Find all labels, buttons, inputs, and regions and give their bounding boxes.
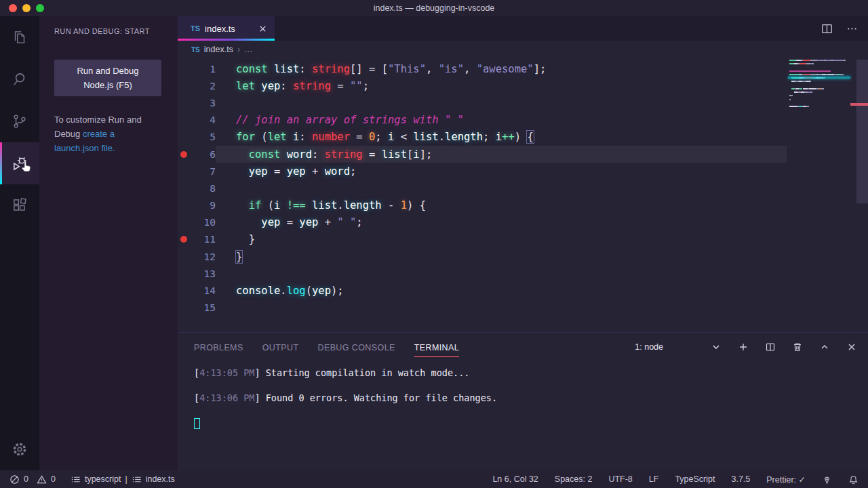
terminal-cursor	[194, 418, 200, 429]
code-line[interactable]: 9 if (i !== list.length - 1) {	[178, 197, 868, 214]
maximize-panel-icon[interactable]	[819, 342, 830, 352]
error-count: 0	[24, 474, 28, 484]
close-tab-icon[interactable]	[258, 24, 268, 34]
split-terminal-icon[interactable]	[765, 342, 776, 352]
problems-status[interactable]: 0 0	[9, 474, 56, 485]
sidebar-title: RUN AND DEBUG: START	[54, 16, 160, 41]
code-line[interactable]: 1const list: string[] = ["This", "is", "…	[178, 60, 868, 77]
panel-tab-debug-console[interactable]: DEBUG CONSOLE	[317, 339, 395, 356]
activitybar-item-source-control[interactable]	[0, 100, 39, 142]
breadcrumb: TS index.ts › …	[178, 41, 868, 58]
breadcrumb-separator: ›	[237, 45, 240, 54]
code-line[interactable]: 7 yep = yep + word;	[178, 163, 868, 180]
code-text: const list: string[] = ["This", "is", "a…	[216, 60, 787, 77]
run-and-debug-icon	[11, 155, 28, 172]
activitybar-item-extensions[interactable]	[0, 184, 39, 226]
code-line[interactable]: 4// join an array of strings with " "	[178, 112, 868, 129]
minimap-line	[789, 99, 791, 100]
warnings-icon	[37, 474, 47, 485]
overview-ruler-mark	[850, 103, 868, 106]
watch-tasks-status[interactable]: typescript|index.ts	[71, 474, 175, 485]
chevron-down-icon[interactable]	[711, 342, 722, 352]
tab-index-ts[interactable]: TS index.ts	[178, 16, 275, 41]
feedback-icon[interactable]	[822, 474, 832, 485]
code-editor[interactable]: 1const list: string[] = ["This", "is", "…	[178, 58, 868, 332]
breakpoint-gutter[interactable]	[178, 151, 190, 158]
terminal-line: [4:13:05 PM] Starting compilation in wat…	[194, 367, 868, 380]
line-number: 2	[190, 81, 216, 92]
code-line[interactable]: 14console.log(yep);	[178, 282, 868, 299]
minimap-line	[789, 92, 812, 93]
typescript-file-icon: TS	[191, 24, 200, 33]
editor-scrollbar[interactable]	[850, 58, 868, 332]
close-panel-icon[interactable]	[846, 342, 857, 352]
split-editor-icon[interactable]	[821, 22, 833, 35]
code-line[interactable]: 3	[178, 94, 868, 111]
status-lf[interactable]: LF	[649, 474, 659, 484]
scrollbar-slider[interactable]	[856, 60, 868, 203]
settings-icon	[11, 441, 28, 458]
run-and-debug-button[interactable]: Run and Debug Node.js (F5)	[54, 60, 161, 96]
breadcrumb-file[interactable]: index.ts	[204, 45, 233, 54]
line-number: 9	[190, 200, 216, 211]
minimap-line	[789, 88, 824, 89]
code-line[interactable]: 15	[178, 300, 868, 317]
status-prettier[interactable]: Prettier: ✓	[766, 474, 806, 485]
new-terminal-icon[interactable]	[738, 342, 749, 352]
code-line[interactable]: 6 const word: string = list[i];	[178, 146, 868, 163]
panel-tab-problems[interactable]: PROBLEMS	[194, 339, 243, 356]
status-typescript[interactable]: TypeScript	[675, 474, 715, 484]
code-line[interactable]: 11 }	[178, 231, 868, 248]
customize-hint: To customize Run and Debug create a laun…	[54, 113, 157, 155]
minimap-line	[789, 70, 831, 72]
line-number: 12	[190, 251, 216, 262]
source-control-icon	[11, 113, 28, 130]
line-number: 8	[190, 183, 216, 194]
code-text: console.log(yep);	[216, 282, 787, 299]
minimap[interactable]	[789, 60, 849, 141]
activitybar-item-explorer[interactable]	[0, 16, 39, 58]
explorer-icon	[11, 28, 28, 46]
terminal-line	[194, 405, 868, 418]
window-title: index.ts — debugging-in-vscode	[0, 3, 868, 13]
terminal-output[interactable]: [4:13:05 PM] Starting compilation in wat…	[178, 361, 868, 470]
code-text	[216, 300, 787, 317]
code-line[interactable]: 12}	[178, 248, 868, 265]
minimap-current-line	[788, 77, 850, 79]
activitybar-item-search[interactable]	[0, 58, 39, 100]
activitybar-item-settings[interactable]	[0, 428, 39, 470]
code-text: }	[216, 231, 787, 248]
line-number: 5	[190, 131, 216, 142]
more-actions-icon[interactable]	[846, 22, 859, 35]
run-and-debug-sidebar: RUN AND DEBUG: START Run and Debug Node.…	[39, 16, 178, 470]
code-text	[216, 265, 787, 282]
code-line[interactable]: 2let yep: string = "";	[178, 77, 868, 94]
kill-terminal-icon[interactable]	[792, 342, 803, 352]
minimap-line	[789, 81, 811, 82]
terminal-picker[interactable]: 1: node	[635, 342, 722, 352]
status-utf-8[interactable]: UTF-8	[608, 474, 632, 484]
code-line[interactable]: 5for (let i: number = 0; i < list.length…	[178, 129, 868, 146]
line-number: 3	[190, 98, 216, 108]
breakpoint-icon[interactable]	[180, 236, 187, 243]
breadcrumb-symbol[interactable]: …	[244, 45, 253, 54]
code-line[interactable]: 8	[178, 180, 868, 197]
line-number: 14	[190, 285, 216, 296]
line-number: 4	[190, 115, 216, 125]
code-line[interactable]: 10 yep = yep + " ";	[178, 214, 868, 231]
code-line[interactable]: 13	[178, 265, 868, 282]
breakpoint-icon[interactable]	[180, 151, 187, 158]
bell-icon[interactable]	[848, 474, 859, 485]
status-3-7-5[interactable]: 3.7.5	[731, 474, 750, 484]
line-number: 1	[190, 64, 216, 75]
breakpoint-gutter[interactable]	[178, 236, 190, 243]
terminal-line: [4:13:06 PM] Found 0 errors. Watching fo…	[194, 392, 868, 405]
panel-tab-terminal[interactable]: TERMINAL	[414, 339, 459, 356]
panel-tab-output[interactable]: OUTPUT	[262, 339, 299, 356]
title-bar: index.ts — debugging-in-vscode	[0, 0, 868, 16]
warning-count: 0	[51, 474, 56, 484]
status-spaces-2[interactable]: Spaces: 2	[555, 474, 593, 484]
activitybar-item-run-and-debug[interactable]	[0, 142, 39, 184]
status-bar: 0 0 typescript|index.ts Ln 6, Col 32Spac…	[0, 470, 868, 488]
status-ln-6-col-32[interactable]: Ln 6, Col 32	[492, 474, 538, 484]
